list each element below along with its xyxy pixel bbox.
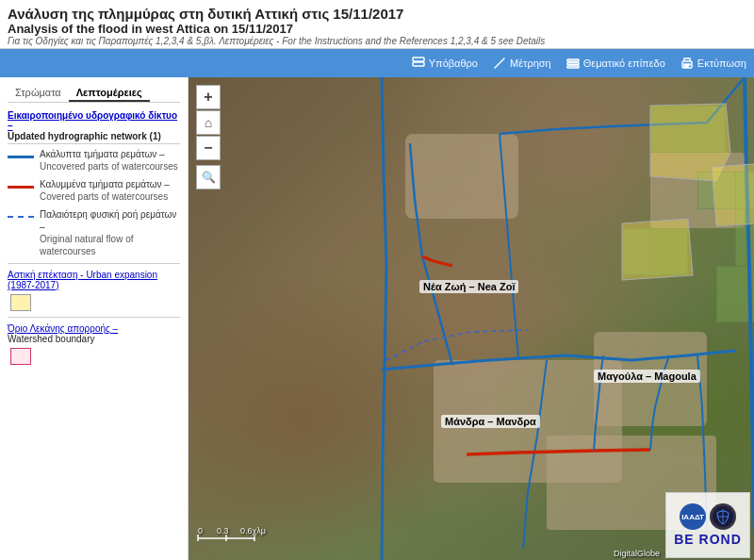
legend-symbol-red-line xyxy=(8,178,34,195)
subtitle-greek: Για τις Οδηγίες και τις Παραπομπές 1,2,3… xyxy=(8,36,279,46)
main-content: Στρώματα Λεπτομέρειες Εικαιροποιημένο υδ… xyxy=(0,77,754,560)
thematic-button[interactable]: Θεματικό επίπεδο xyxy=(566,57,665,70)
layers-button[interactable]: Υπόβαθρο xyxy=(412,57,478,70)
river-west xyxy=(382,77,386,560)
legend-item-natural-flow: Παλαιότερη φυσική ροή ρεμάτων – Original… xyxy=(8,208,180,257)
river-branch-nw xyxy=(410,143,452,365)
logo-org1: ΙΑΑΔΤ xyxy=(680,503,706,530)
section1-link[interactable]: Εικαιροποιημένο υδρογραφικό δίκτυο – xyxy=(8,110,177,131)
svg-rect-1 xyxy=(413,62,424,66)
legend-text-uncovered: Ακάλυπτα τμήματα ρεμάτων – Uncovered par… xyxy=(40,148,178,173)
svg-rect-6 xyxy=(684,64,690,65)
svg-rect-2 xyxy=(567,59,579,61)
section3-link[interactable]: Όριο Λεκάνης απορροής – xyxy=(8,323,118,334)
title-greek: Ανάλυση της πλημμύρας στη δυτική Αττική … xyxy=(8,6,746,22)
zoom-out-button[interactable]: − xyxy=(196,136,221,160)
section2-label: Αστική επέκταση - Urban expansion (1987-… xyxy=(8,270,180,290)
svg-rect-3 xyxy=(567,63,579,65)
logo-badge: ΙΑΑΔΤ BE ROND xyxy=(665,492,750,558)
legend-text-natural-flow: Παλαιότερη φυσική ροή ρεμάτων – Original… xyxy=(40,208,180,257)
legend-text-covered: Καλυμμένα τμήματα ρεμάτων – Covered part… xyxy=(40,178,170,203)
legend-item-watershed xyxy=(8,348,180,365)
tab-details[interactable]: Λεπτομέρειες xyxy=(69,85,150,102)
river-branch-n xyxy=(500,134,518,358)
sidebar-tabs: Στρώματα Λεπτομέρειες xyxy=(8,85,180,103)
legend-symbol-blue-line xyxy=(8,148,34,165)
scale-label-0: 0 0.3 0.6χλμ xyxy=(198,526,266,535)
section3-label: Όριο Λεκάνης απορροής – Watershed bounda… xyxy=(8,323,180,344)
divider2 xyxy=(8,317,180,318)
zoom-in-button[interactable]: + xyxy=(196,85,221,109)
measure-button[interactable]: Μέτρηση xyxy=(493,57,551,70)
print-button[interactable]: Εκτύπωση xyxy=(680,57,746,70)
svg-rect-4 xyxy=(567,66,579,68)
river-east xyxy=(745,77,754,560)
logo-org2 xyxy=(710,503,736,530)
river-trib-1 xyxy=(594,355,603,451)
map-controls: + ⌂ − 🔍 xyxy=(196,85,221,189)
sidebar: Στρώματα Λεπτομέρειες Εικαιροποιημένο υδ… xyxy=(0,77,188,560)
search-button[interactable]: 🔍 xyxy=(196,165,221,189)
legend-item-covered: Καλυμμένα τμήματα ρεμάτων – Covered part… xyxy=(8,178,180,203)
river-branch-s xyxy=(523,360,547,549)
toolbar: Υπόβαθρο Μέτρηση Θεματικό επίπεδο Εκτύπω… xyxy=(0,49,754,77)
svg-rect-7 xyxy=(684,66,688,67)
legend-item-urban xyxy=(8,294,180,311)
map-svg-overlay xyxy=(188,77,754,560)
legend-symbol-urban xyxy=(8,294,34,311)
scale-bar: 0 0.3 0.6χλμ xyxy=(198,525,266,535)
river-covered-2 xyxy=(422,256,452,266)
svg-rect-0 xyxy=(413,58,424,61)
tab-layers[interactable]: Στρώματα xyxy=(8,85,69,102)
page-header: Ανάλυση της πλημμύρας στη δυτική Αττική … xyxy=(0,0,754,49)
title-english: Analysis of the flood in west Attica on … xyxy=(8,22,746,36)
natural-flow-1 xyxy=(386,330,528,360)
river-trib-2 xyxy=(650,355,669,450)
divider1 xyxy=(8,263,180,264)
river-main xyxy=(382,351,735,370)
logo-text: BE ROND xyxy=(674,532,742,547)
subtitle: Για τις Οδηγίες και τις Παραπομπές 1,2,3… xyxy=(8,36,746,46)
legend-item-uncovered: Ακάλυπτα τμήματα ρεμάτων – Uncovered par… xyxy=(8,148,180,173)
legend-symbol-dashed-line xyxy=(8,208,34,225)
urban-polygon-3 xyxy=(712,164,754,226)
logo-row: ΙΑΑΔΤ xyxy=(680,503,736,530)
map[interactable]: + ⌂ − 🔍 Νέα Ζωή – Nea Zoï Μαγούλα – Mago… xyxy=(188,77,754,560)
home-button[interactable]: ⌂ xyxy=(196,110,221,135)
river-covered xyxy=(467,450,650,454)
section2-link[interactable]: Αστική επέκταση - Urban expansion (1987-… xyxy=(8,270,157,290)
subtitle-english: For the Instructions and the References … xyxy=(282,36,545,46)
map-attribution: DigitalGlobe xyxy=(614,549,660,558)
legend-section1-title: Εικαιροποιημένο υδρογραφικό δίκτυο – Upd… xyxy=(8,110,180,144)
urban-polygon-2 xyxy=(622,219,693,280)
legend-symbol-watershed xyxy=(8,348,34,365)
